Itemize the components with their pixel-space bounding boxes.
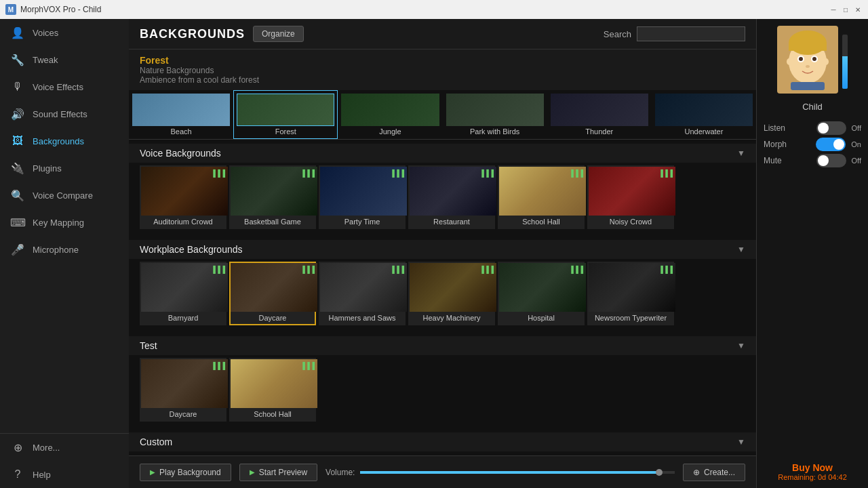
nature-thumb-img — [655, 94, 753, 126]
remaining-text: Remaining: 0d 04:42 — [778, 473, 847, 481]
bg-item-newsroom-typewriter[interactable]: ▐▐▐ Newsroom Typewriter — [587, 262, 674, 325]
volume-indicator-icon: ▐▐▐ — [569, 169, 583, 177]
bg-item-auditorium-crowd[interactable]: ▐▐▐ Auditorium Crowd — [140, 165, 226, 229]
morph-label: Morph — [764, 140, 787, 149]
bg-item-img: ▐▐▐ — [231, 167, 317, 216]
nature-thumb-thunder[interactable]: Thunder — [547, 90, 652, 139]
bg-item-img: ▐▐▐ — [410, 263, 496, 312]
right-panel: Child Listen Off Morph On — [756, 19, 868, 488]
bg-item-img: ▐▐▐ — [589, 167, 675, 216]
create-icon: ⊕ — [693, 468, 700, 477]
morph-toggle[interactable] — [816, 138, 846, 151]
svg-point-9 — [787, 58, 792, 65]
sidebar-item-sound-effects[interactable]: 🔊 Sound Effects — [0, 100, 129, 127]
volume-indicator-icon: ▐▐▐ — [300, 266, 315, 273]
search-input[interactable] — [637, 26, 745, 41]
volume-indicator-icon: ▐▐▐ — [479, 266, 494, 273]
level-bar — [842, 35, 848, 89]
bg-item-hammers-and-saws[interactable]: ▐▐▐ Hammers and Saws — [319, 262, 406, 325]
morph-control: Morph On — [764, 138, 861, 151]
section-header-workplace: Workplace Backgrounds ▼ — [129, 240, 756, 259]
level-fill — [842, 56, 848, 89]
section-header-voice: Voice Backgrounds ▼ — [129, 144, 756, 163]
bg-item-heavy-machinery[interactable]: ▐▐▐ Heavy Machinery — [408, 262, 495, 325]
sidebar-item-help[interactable]: ? Help — [0, 461, 129, 488]
section-toggle-test[interactable]: ▼ — [737, 341, 745, 350]
play-background-button[interactable]: ▶ Play Background — [140, 464, 231, 481]
sidebar-label-sound-effects: Sound Effects — [33, 109, 87, 119]
nature-thumb-forest[interactable]: Forest — [233, 90, 338, 139]
bg-item-hospital[interactable]: ▐▐▐ Hospital — [498, 262, 585, 325]
bg-item-label: School Hall — [231, 408, 315, 420]
section-toggle-workplace[interactable]: ▼ — [737, 245, 745, 254]
bg-item-label: Hospital — [499, 312, 583, 324]
bg-item-school-hall[interactable]: ▐▐▐ School Hall — [229, 358, 316, 422]
sidebar-item-microphone[interactable]: 🎤 Microphone — [0, 236, 129, 263]
nature-thumb-img — [551, 94, 648, 126]
sidebar-item-plugins[interactable]: 🔌 Plugins — [0, 155, 129, 182]
bg-item-noisy-crowd[interactable]: ▐▐▐ Noisy Crowd — [587, 165, 674, 229]
bg-item-label: Barnyard — [141, 312, 225, 324]
sidebar-item-voices[interactable]: 👤 Voices — [0, 19, 129, 46]
sidebar-icon-voice-effects: 🎙 — [11, 80, 24, 94]
bg-item-restaurant[interactable]: ▐▐▐ Restaurant — [408, 165, 495, 229]
bg-item-img: ▐▐▐ — [410, 167, 496, 216]
sidebar-item-key-mapping[interactable]: ⌨ Key Mapping — [0, 209, 129, 236]
bg-item-img: ▐▐▐ — [141, 359, 228, 408]
sidebar-icon-key-mapping: ⌨ — [11, 216, 24, 229]
sidebar-item-voice-compare[interactable]: 🔍 Voice Compare — [0, 182, 129, 209]
sidebar-label-voice-effects: Voice Effects — [33, 82, 83, 92]
bg-item-label: Auditorium Crowd — [141, 216, 225, 228]
bg-item-school-hall[interactable]: ▐▐▐ School Hall — [498, 165, 585, 229]
bg-item-barnyard[interactable]: ▐▐▐ Barnyard — [140, 262, 226, 325]
bg-item-daycare[interactable]: ▐▐▐ Daycare — [229, 262, 316, 325]
minimize-button[interactable]: ─ — [829, 5, 838, 14]
maximize-button[interactable]: □ — [841, 5, 850, 14]
bg-item-label: School Hall — [499, 216, 583, 228]
volume-indicator-icon: ▐▐▐ — [658, 169, 673, 177]
section-toggle-custom[interactable]: ▼ — [737, 437, 745, 447]
bg-item-basketball-game[interactable]: ▐▐▐ Basketball Game — [229, 165, 316, 229]
bg-item-label: Hammers and Saws — [320, 312, 404, 324]
svg-point-7 — [812, 57, 816, 61]
mute-toggle[interactable] — [816, 154, 846, 167]
svg-rect-11 — [791, 82, 825, 90]
bg-item-party-time[interactable]: ▐▐▐ Party Time — [319, 165, 406, 229]
nature-thumb-beach[interactable]: Beach — [129, 90, 233, 139]
sidebar-item-tweak[interactable]: 🔧 Tweak — [0, 46, 129, 73]
section-title-test: Test — [140, 340, 157, 351]
sidebar-item-more[interactable]: ⊕ More... — [0, 434, 129, 461]
sidebar-label-voices: Voices — [33, 28, 58, 38]
create-button[interactable]: ⊕ Create... — [683, 464, 745, 481]
start-preview-button[interactable]: ▶ Start Preview — [239, 464, 317, 481]
footer: ▶ Play Background ▶ Start Preview Volume… — [129, 455, 756, 488]
section-toggle-voice[interactable]: ▼ — [737, 148, 745, 158]
listen-control: Listen Off — [764, 121, 861, 135]
volume-slider[interactable] — [360, 471, 675, 474]
sidebar-item-backgrounds[interactable]: 🖼 Backgrounds — [0, 127, 129, 155]
listen-toggle[interactable] — [816, 121, 846, 135]
nature-thumb-park-with-birds[interactable]: Park with Birds — [443, 90, 547, 139]
bg-item-label: Newsroom Typewriter — [589, 312, 673, 324]
sidebar-icon-help: ? — [11, 468, 24, 481]
volume-indicator-icon: ▐▐▐ — [390, 266, 404, 273]
main-scroll[interactable]: Voice Backgrounds ▼ ▐▐▐ Auditorium Crowd… — [129, 140, 756, 455]
bg-item-label: Restaurant — [410, 216, 494, 228]
bg-item-daycare[interactable]: ▐▐▐ Daycare — [140, 358, 226, 422]
volume-label: Volume: — [326, 468, 355, 477]
avatar-name: Child — [802, 102, 823, 112]
organize-button[interactable]: Organize — [253, 26, 304, 42]
nature-thumb-jungle[interactable]: Jungle — [338, 90, 442, 139]
sidebar-icon-voice-compare: 🔍 — [11, 188, 24, 202]
bg-item-img: ▐▐▐ — [231, 359, 317, 408]
buy-now-text[interactable]: Buy Now — [792, 462, 833, 473]
close-button[interactable]: ✕ — [853, 5, 863, 14]
nature-thumb-underwater[interactable]: Underwater — [652, 90, 756, 139]
sidebar-item-voice-effects[interactable]: 🎙 Voice Effects — [0, 73, 129, 100]
svg-point-10 — [823, 58, 829, 65]
section-workplace: Workplace Backgrounds ▼ ▐▐▐ Barnyard ▐▐▐… — [129, 236, 756, 332]
mute-control: Mute Off — [764, 154, 861, 167]
bg-item-img: ▐▐▐ — [141, 167, 228, 216]
section-header-custom: Custom ▼ — [129, 432, 756, 451]
window-controls: ─ □ ✕ — [829, 5, 863, 14]
